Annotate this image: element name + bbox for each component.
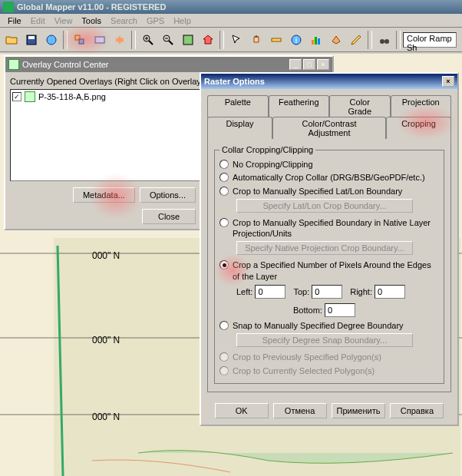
close-icon[interactable]: × (317, 59, 329, 70)
specify-latlon-button[interactable]: Specify Lat/Lon Crop Boundary... (236, 199, 413, 213)
radio-latlon-boundary[interactable]: Crop to Manually Specified Lat/Lon Bound… (219, 186, 439, 197)
bottom-input[interactable] (325, 303, 355, 317)
3d-icon[interactable] (326, 30, 345, 49)
radio-icon (219, 352, 229, 362)
radio-icon (219, 366, 229, 375)
occ-title-bar[interactable]: Overlay Control Center _ □ × (5, 57, 332, 72)
tab-cropping[interactable]: Cropping (386, 117, 451, 139)
app-title: Global Mapper v11.00 - REGISTERED (17, 2, 166, 12)
svg-point-21 (384, 39, 389, 44)
menu-view[interactable]: View (50, 16, 78, 25)
raster-title: Raster Options (204, 77, 442, 86)
svg-line-7 (149, 41, 153, 45)
radio-prev-polygon: Crop to Previously Specified Polygon(s) (219, 352, 439, 362)
close-button[interactable]: Close (142, 209, 196, 224)
svg-rect-14 (272, 38, 281, 41)
radio-degree-boundary[interactable]: Snap to Manually Specified Degree Bounda… (219, 320, 439, 331)
svg-rect-19 (318, 38, 320, 45)
radio-icon[interactable] (219, 218, 229, 227)
zoom-extent-icon[interactable] (178, 30, 197, 49)
group-title: Collar Cropping/Clipping (219, 145, 315, 154)
overlay-control-icon[interactable] (70, 30, 89, 49)
menu-gps[interactable]: GPS (142, 16, 169, 25)
specify-degree-button[interactable]: Specify Degree Snap Boundary... (236, 333, 413, 347)
info-icon[interactable]: i (286, 30, 305, 49)
right-label: Right: (350, 287, 372, 296)
save-icon[interactable] (21, 30, 41, 49)
collar-cropping-group: Collar Cropping/Clipping No Cropping/Cli… (214, 150, 444, 384)
bottom-label: Bottom: (293, 306, 322, 315)
radio-icon[interactable] (219, 173, 229, 182)
radio-selected-polygon: Crop to Currently Selected Polygon(s) (219, 365, 439, 376)
home-icon[interactable] (198, 30, 217, 49)
top-input[interactable] (312, 285, 342, 299)
tab-color-contrast[interactable]: Color/Contrast Adjustment (272, 117, 386, 139)
options-button[interactable]: Options... (140, 187, 196, 203)
help-button[interactable]: Справка (390, 403, 444, 418)
menu-help[interactable]: Help (169, 16, 196, 25)
left-label: Left: (236, 287, 252, 296)
cropping-panel: Collar Cropping/Clipping No Cropping/Cli… (207, 138, 451, 392)
cancel-button[interactable]: Отмена (273, 403, 327, 418)
shader-dropdown[interactable]: Color Ramp Sh (403, 32, 457, 48)
zoom-in-icon[interactable] (138, 30, 157, 49)
radio-icon[interactable] (219, 160, 229, 169)
tab-color-grade[interactable]: Color Grade (329, 95, 391, 117)
raster-options-dialog: Raster Options × Palette Feathering Colo… (200, 72, 459, 426)
checkbox-icon[interactable]: ✓ (12, 92, 21, 101)
open-icon[interactable] (2, 30, 21, 49)
minimize-icon[interactable]: _ (289, 59, 302, 70)
close-icon[interactable]: × (442, 76, 454, 87)
chart-icon[interactable] (306, 30, 325, 49)
radio-icon[interactable] (219, 187, 229, 196)
left-input[interactable] (255, 285, 285, 299)
radio-icon[interactable] (219, 260, 229, 269)
pointer-icon[interactable] (226, 30, 246, 49)
zoom-out-icon[interactable] (158, 30, 177, 49)
svg-line-11 (169, 41, 173, 45)
svg-rect-13 (183, 35, 193, 45)
menu-edit[interactable]: Edit (26, 16, 50, 25)
radio-auto-crop[interactable]: Automatically Crop Collar (DRG/BSB/GeoPD… (219, 172, 439, 183)
pencil-icon[interactable] (346, 30, 365, 49)
svg-point-20 (380, 39, 384, 44)
tab-display[interactable]: Display (207, 117, 272, 139)
config-icon[interactable] (90, 30, 109, 49)
apply-button[interactable]: Применить (332, 403, 386, 418)
measure-icon[interactable] (266, 30, 285, 49)
maximize-icon[interactable]: □ (303, 59, 315, 70)
globe-icon[interactable] (41, 30, 61, 49)
toolbar: i Color Ramp Sh (0, 28, 462, 52)
tab-projection[interactable]: Projection (391, 95, 452, 117)
menu-bar: File Edit View Tools Search GPS Help (0, 14, 462, 28)
tab-palette[interactable]: Palette (207, 95, 269, 117)
svg-rect-1 (28, 36, 35, 39)
raster-file-icon (25, 91, 35, 102)
svg-rect-5 (95, 37, 104, 43)
ok-button[interactable]: OK (215, 403, 269, 418)
app-icon (3, 2, 14, 12)
tab-feathering[interactable]: Feathering (269, 95, 330, 117)
radio-no-cropping[interactable]: No Cropping/Clipping (219, 159, 439, 170)
occ-icon (8, 59, 19, 70)
radio-native-boundary[interactable]: Crop to Manually Specified Boundary in N… (219, 217, 439, 240)
hand-icon[interactable] (246, 30, 266, 49)
svg-rect-18 (315, 37, 317, 45)
menu-search[interactable]: Search (106, 16, 142, 25)
map-label-lat: 000" N (92, 335, 120, 345)
menu-tools[interactable]: Tools (77, 16, 106, 25)
map-label-lat: 000" N (92, 250, 120, 261)
binoculars-icon[interactable] (375, 30, 394, 49)
radio-icon[interactable] (219, 321, 229, 330)
radio-pixel-crop[interactable]: Crop a Specified Number of Pixels Around… (219, 259, 439, 282)
svg-rect-4 (79, 39, 84, 44)
raster-title-bar[interactable]: Raster Options × (201, 74, 457, 89)
menu-file[interactable]: File (3, 16, 26, 25)
burst-icon[interactable] (110, 30, 129, 49)
metadata-button[interactable]: Metadata... (73, 187, 135, 203)
map-label-lat: 000" N (92, 412, 120, 422)
occ-title: Overlay Control Center (22, 60, 288, 69)
right-input[interactable] (375, 285, 405, 299)
svg-rect-17 (312, 40, 314, 45)
specify-native-button[interactable]: Specify Native Projection Crop Boundary.… (236, 241, 413, 255)
